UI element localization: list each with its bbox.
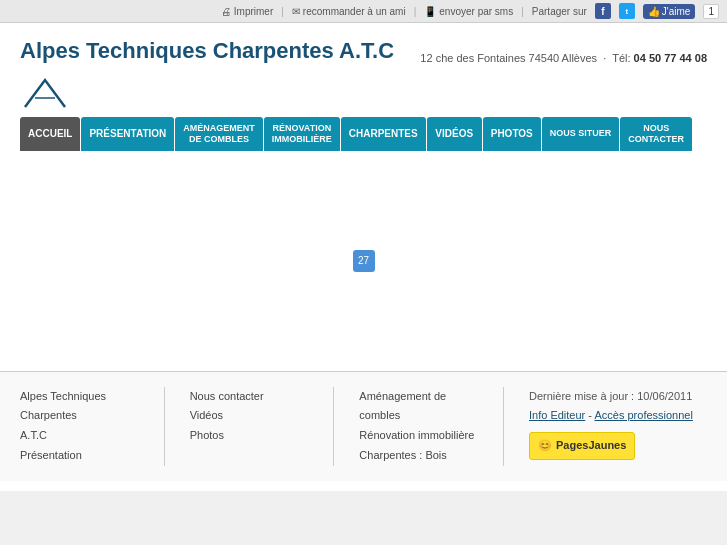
address-text: 12 che des Fontaines 74540 Allèves: [420, 52, 597, 64]
footer-amenagement-link-wrap: Aménagement de combles: [359, 387, 478, 427]
footer-line-3: Présentation: [20, 446, 139, 466]
footer-col-4: Dernière mise à jour : 10/06/2011 Info E…: [529, 387, 707, 466]
footer-col-1: Alpes Techniques Charpentes A.T.C Présen…: [20, 387, 139, 466]
footer-legal-links: Info Editeur - Accès professionnel: [529, 406, 707, 426]
info-editeur-link[interactable]: Info Editeur: [529, 409, 585, 421]
footer-renovation-link-wrap: Rénovation immobilière: [359, 426, 478, 446]
twitter-icon[interactable]: t: [619, 3, 635, 19]
footer-charpentes-link-wrap: Charpentes : Bois: [359, 446, 478, 466]
page-badge: 27: [353, 250, 375, 272]
nav-item-renovation[interactable]: RÉNOVATIONIMMOBILIÈRE: [264, 117, 340, 151]
site-title: Alpes Techniques Charpentes A.T.C: [20, 38, 394, 64]
mail-icon: ✉: [292, 6, 300, 17]
logo-svg: [20, 72, 70, 112]
logo-area: [20, 72, 70, 112]
footer-divider-1: [164, 387, 165, 466]
pj-smiley-icon: 😊: [538, 436, 552, 456]
header: Alpes Techniques Charpentes A.T.C 12 che…: [0, 23, 727, 72]
acces-pro-link[interactable]: Accès professionnel: [594, 409, 692, 421]
facebook-icon[interactable]: f: [595, 3, 611, 19]
nav-item-nous-contacter[interactable]: NOUSCONTACTER: [620, 117, 692, 151]
content-area: 27: [0, 151, 727, 371]
footer-col-2: Nous contacter Vidéos Photos: [190, 387, 309, 466]
footer-photos-link-wrap: Photos: [190, 426, 309, 446]
footer-line-1: Alpes Techniques Charpentes: [20, 387, 139, 427]
footer-videos-link[interactable]: Vidéos: [190, 409, 223, 421]
footer-col-3: Aménagement de combles Rénovation immobi…: [359, 387, 478, 466]
footer-contact-link-wrap: Nous contacter: [190, 387, 309, 407]
footer-amenagement-link[interactable]: Aménagement de combles: [359, 390, 446, 422]
printer-icon: 🖨: [221, 6, 231, 17]
sep3: |: [521, 6, 524, 17]
footer-photos-link[interactable]: Photos: [190, 429, 224, 441]
nav-item-presentation[interactable]: PRÉSENTATION: [81, 117, 174, 151]
footer-videos-link-wrap: Vidéos: [190, 406, 309, 426]
top-toolbar: 🖨 Imprimer | ✉ recommander à un ami | 📱 …: [0, 0, 727, 23]
nav-item-charpentes[interactable]: CHARPENTES: [341, 117, 426, 151]
phone-number: 04 50 77 44 08: [634, 52, 707, 64]
pages-jaunes-button[interactable]: 😊 PagesJaunes: [529, 432, 635, 460]
header-address: 12 che des Fontaines 74540 Allèves · Tél…: [420, 52, 707, 64]
footer-line-2: A.T.C: [20, 426, 139, 446]
recommander-button[interactable]: ✉ recommander à un ami: [292, 6, 406, 17]
thumbs-up-icon: 👍: [648, 6, 660, 17]
nav-item-amenagement[interactable]: AMÉNAGEMENTDE COMBLES: [175, 117, 263, 151]
footer-contact-link[interactable]: Nous contacter: [190, 390, 264, 402]
footer-date: Dernière mise à jour : 10/06/2011: [529, 387, 707, 407]
jaime-count: 1: [703, 4, 719, 19]
sms-icon: 📱: [424, 6, 436, 17]
footer-presentation-link[interactable]: Présentation: [20, 449, 82, 461]
footer: Alpes Techniques Charpentes A.T.C Présen…: [0, 371, 727, 481]
nav-item-accueil[interactable]: ACCUEIL: [20, 117, 80, 151]
jaime-button[interactable]: 👍 J'aime: [643, 4, 696, 19]
nav: ACCUEIL PRÉSENTATION AMÉNAGEMENTDE COMBL…: [0, 117, 727, 151]
sep1: |: [281, 6, 284, 17]
footer-charpentes-link[interactable]: Charpentes : Bois: [359, 449, 446, 461]
sms-button[interactable]: 📱 envoyer par sms: [424, 6, 513, 17]
sep2: |: [414, 6, 417, 17]
footer-renovation-link[interactable]: Rénovation immobilière: [359, 429, 474, 441]
nav-item-videos[interactable]: VIDÉOS: [427, 117, 482, 151]
partager-item: Partager sur: [532, 6, 587, 17]
main-wrapper: Alpes Techniques Charpentes A.T.C 12 che…: [0, 23, 727, 491]
nav-item-photos[interactable]: PHOTOS: [483, 117, 541, 151]
phone-label: Tél:: [612, 52, 630, 64]
nav-item-nous-situer[interactable]: NOUS SITUER: [542, 117, 620, 151]
footer-divider-2: [333, 387, 334, 466]
footer-divider-3: [503, 387, 504, 466]
imprimer-button[interactable]: 🖨 Imprimer: [221, 6, 273, 17]
